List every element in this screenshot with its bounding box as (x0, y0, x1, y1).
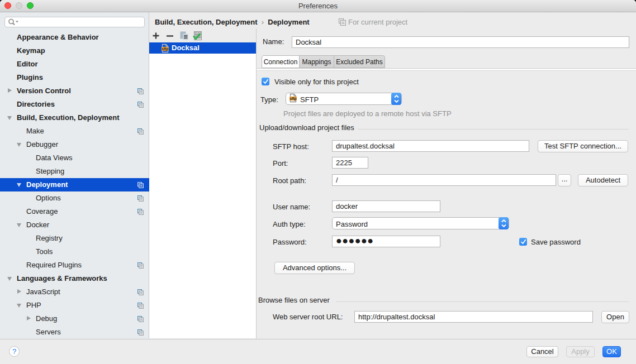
svg-text:sftp: sftp (162, 47, 169, 51)
svg-text:sftp: sftp (290, 97, 297, 101)
